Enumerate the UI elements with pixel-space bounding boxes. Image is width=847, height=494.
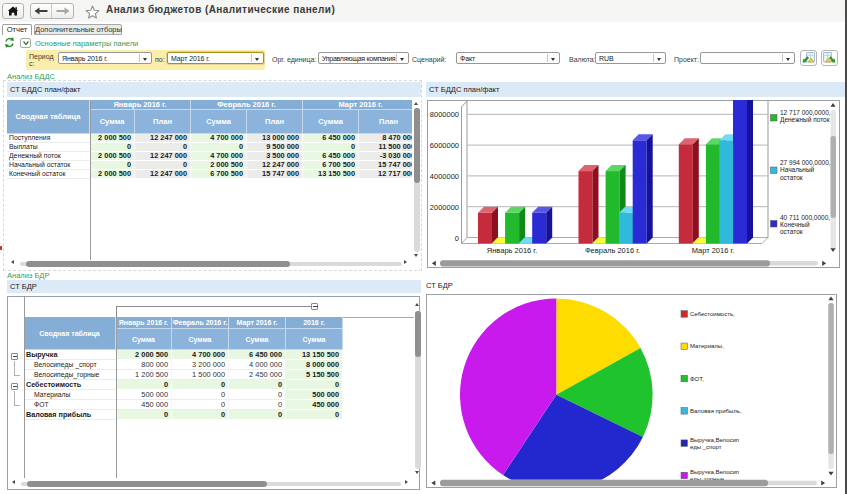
svg-text:Конечный: Конечный bbox=[780, 221, 810, 228]
svg-text:остаток: остаток bbox=[780, 228, 803, 235]
svg-text:27 994 000,0000,: 27 994 000,0000, bbox=[780, 159, 831, 166]
svg-text:остаток: остаток bbox=[780, 174, 803, 181]
svg-text:Март 2016 г.: Март 2016 г. bbox=[692, 246, 735, 255]
svg-text:4000000: 4000000 bbox=[430, 172, 459, 181]
svg-text:2000000: 2000000 bbox=[430, 203, 459, 212]
svg-text:40 711 000,0000,: 40 711 000,0000, bbox=[780, 214, 830, 221]
svg-text:Валовая прибыль,: Валовая прибыль, bbox=[690, 408, 742, 414]
svg-text:Январь 2016 г.: Январь 2016 г. bbox=[487, 246, 537, 255]
svg-text:Материалы,: Материалы, bbox=[690, 343, 724, 349]
svg-text:6000000: 6000000 bbox=[430, 141, 459, 150]
svg-text:Выручка,Велосип: Выручка,Велосип bbox=[690, 437, 739, 443]
svg-text:0: 0 bbox=[455, 234, 459, 243]
svg-text:ФОТ,: ФОТ, bbox=[690, 376, 704, 382]
svg-text:Денежный поток: Денежный поток bbox=[780, 116, 830, 124]
svg-text:Февраль 2016 г.: Февраль 2016 г. bbox=[585, 246, 640, 255]
svg-text:Начальный: Начальный bbox=[780, 166, 815, 173]
svg-text:12 717 000,0000,: 12 717 000,0000, bbox=[780, 109, 831, 116]
svg-text:8000000: 8000000 bbox=[430, 110, 459, 119]
svg-text:Себестоимость,: Себестоимость, bbox=[690, 311, 735, 317]
svg-text:еды _спорт: еды _спорт bbox=[690, 444, 722, 450]
svg-text:Выручка,Велосип: Выручка,Велосип bbox=[690, 469, 739, 475]
